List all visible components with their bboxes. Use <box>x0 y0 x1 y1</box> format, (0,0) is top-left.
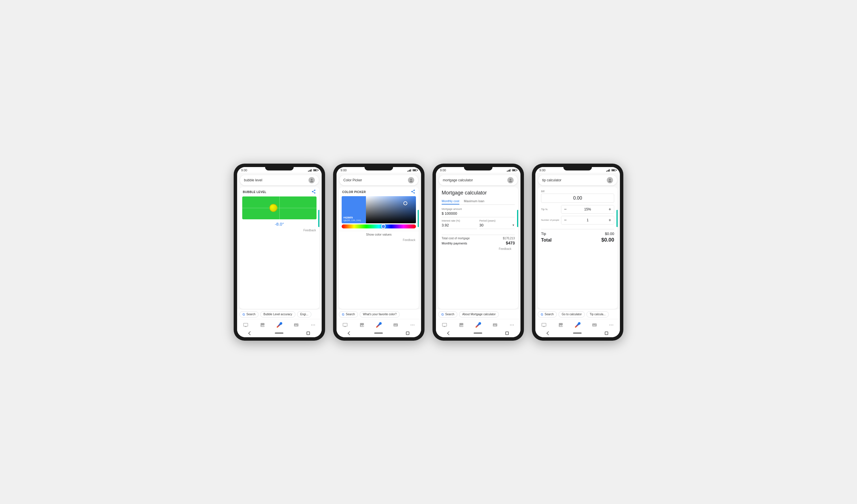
chip-tip-calc[interactable]: Tip calcula... <box>587 311 609 317</box>
tab-monthly-cost[interactable]: Monthly cost <box>442 198 459 205</box>
nav-more-icon-1[interactable] <box>309 321 317 329</box>
nav-tv-icon-3[interactable] <box>440 321 449 329</box>
query-bar-2[interactable]: Color Picker <box>339 175 418 185</box>
nav-image-icon-3[interactable] <box>457 321 465 329</box>
nav-more-icon-3[interactable] <box>508 321 516 329</box>
chip-search-2[interactable]: G Search <box>339 311 358 317</box>
color-cursor <box>403 201 407 205</box>
google-g-4: G <box>541 313 543 316</box>
battery-2 <box>413 169 417 171</box>
share-icon-1[interactable] <box>312 189 316 195</box>
bill-value[interactable]: 0.00 <box>541 194 614 203</box>
nav-mic-icon-4[interactable]: 🎤 <box>574 321 582 329</box>
status-icons-4 <box>606 169 616 172</box>
home-btn-4[interactable] <box>573 332 582 334</box>
chip-label-about-mortgage: About Mortgage calculator <box>462 313 495 316</box>
recents-btn-3[interactable] <box>505 332 509 335</box>
recents-btn-1[interactable] <box>306 332 310 335</box>
signal-4 <box>606 169 610 172</box>
chip-label-tip-calc: Tip calcula... <box>590 313 606 316</box>
screen-content-4: tip calculator Bill 0.00 Tip % <box>535 173 620 337</box>
home-btn-3[interactable] <box>474 332 482 334</box>
nav-tv-icon-4[interactable] <box>540 321 548 329</box>
recents-btn-4[interactable] <box>605 332 608 335</box>
back-btn-2[interactable] <box>348 331 352 335</box>
svg-point-2 <box>313 324 314 325</box>
query-text-3: mortgage calculator <box>443 178 506 182</box>
nav-mic-icon-3[interactable]: 🎤 <box>474 321 482 329</box>
color-picker-title: COLOR PICKER <box>342 190 366 194</box>
battery-4 <box>611 169 616 171</box>
back-btn-1[interactable] <box>248 331 252 335</box>
nav-more-icon-2[interactable] <box>408 321 417 329</box>
share-icon-2[interactable] <box>411 189 415 195</box>
hue-slider[interactable] <box>342 224 416 228</box>
query-text-2: Color Picker <box>343 178 406 182</box>
svg-point-1 <box>310 181 313 182</box>
nav-more-icon-4[interactable] <box>607 321 615 329</box>
nav-tv-icon-2[interactable] <box>341 321 349 329</box>
mortgage-amount-value[interactable]: $ 100000 <box>442 211 515 217</box>
chip-label-search-1: Search <box>247 313 256 316</box>
feedback-1[interactable]: Feedback <box>239 228 319 234</box>
tip-plus-button[interactable]: + <box>606 205 614 213</box>
color-swatch: #4286f4 rgb(66, 134, 244) <box>342 196 366 223</box>
chip-engi[interactable]: Engi... <box>297 311 312 317</box>
period-value[interactable]: 30 ▼ <box>480 223 515 229</box>
bottom-nav-4: 🎤 <box>535 319 620 330</box>
tip-minus-button[interactable]: − <box>561 205 569 213</box>
query-bar-4[interactable]: tip calculator <box>538 175 617 185</box>
time-2: 9:00 <box>340 169 347 172</box>
people-plus-button[interactable]: + <box>606 216 614 224</box>
show-color-values[interactable]: Show color values <box>339 231 419 237</box>
total-cost-row: Total cost of mortgage $170,213 <box>442 237 515 240</box>
notch-1 <box>265 167 294 171</box>
back-btn-3[interactable] <box>447 331 451 335</box>
nav-image-icon-2[interactable] <box>358 321 366 329</box>
query-bar-1[interactable]: bubble level <box>240 175 319 185</box>
svg-point-8 <box>414 324 415 325</box>
nav-tv-icon-1[interactable] <box>242 321 250 329</box>
tip-card: Bill 0.00 Tip % − 15% + <box>538 187 618 309</box>
feedback-2[interactable]: Feedback <box>339 237 419 244</box>
chip-goto-calc[interactable]: Go to calculator <box>558 311 585 317</box>
chip-search-1[interactable]: G Search <box>239 311 258 317</box>
chip-label-goto: Go to calculator <box>561 313 582 316</box>
chip-search-3[interactable]: G Search <box>438 311 457 317</box>
feedback-3[interactable]: Feedback <box>442 246 515 253</box>
phone-screen-2: 9:00 Color Picker <box>337 167 421 337</box>
signal-3 <box>507 169 510 172</box>
monthly-label: Monthly payments <box>442 242 467 245</box>
home-btn-1[interactable] <box>275 332 283 334</box>
people-minus-button[interactable]: − <box>561 216 569 224</box>
tip-result-value: $0.00 <box>605 231 614 236</box>
bottom-nav-1: 🎤 <box>237 319 322 330</box>
nav-keyboard-icon-3[interactable] <box>491 321 499 329</box>
nav-keyboard-icon-2[interactable] <box>392 321 400 329</box>
color-gradient-box: #4286f4 rgb(66, 134, 244) <box>342 196 416 223</box>
nav-image-icon-4[interactable] <box>557 321 565 329</box>
nav-mic-icon-2[interactable]: 🎤 <box>375 321 383 329</box>
chip-search-4[interactable]: G Search <box>538 311 557 317</box>
nav-keyboard-icon-4[interactable] <box>590 321 599 329</box>
time-4: 9:00 <box>539 169 545 172</box>
recents-btn-2[interactable] <box>406 332 409 335</box>
tab-max-loan[interactable]: Maximum loan <box>464 198 485 205</box>
chip-color-q[interactable]: What's your favorite color? <box>360 311 400 317</box>
people-label: Number of people <box>541 219 561 221</box>
chip-accuracy[interactable]: Bubble Level accuracy <box>260 311 296 317</box>
back-btn-4[interactable] <box>547 331 551 335</box>
chip-about-mortgage[interactable]: About Mortgage calculator <box>459 311 499 317</box>
nav-mic-icon-1[interactable]: 🎤 <box>275 321 283 329</box>
chip-label-accuracy: Bubble Level accuracy <box>263 313 292 316</box>
nav-image-icon-1[interactable] <box>258 321 267 329</box>
color-rgb: rgb(66, 134, 244) <box>343 219 364 222</box>
tip-result-row: Tip $0.00 <box>541 231 614 236</box>
interest-rate-value[interactable]: 3.92 <box>442 223 477 229</box>
query-bar-3[interactable]: mortgage calculator <box>439 175 518 185</box>
total-cost-value: $170,213 <box>503 237 515 240</box>
home-btn-2[interactable] <box>374 332 383 334</box>
nav-keyboard-icon-1[interactable] <box>292 321 300 329</box>
color-gradient[interactable] <box>366 196 416 223</box>
interest-rate-label: Interest rate (%) <box>442 219 477 222</box>
